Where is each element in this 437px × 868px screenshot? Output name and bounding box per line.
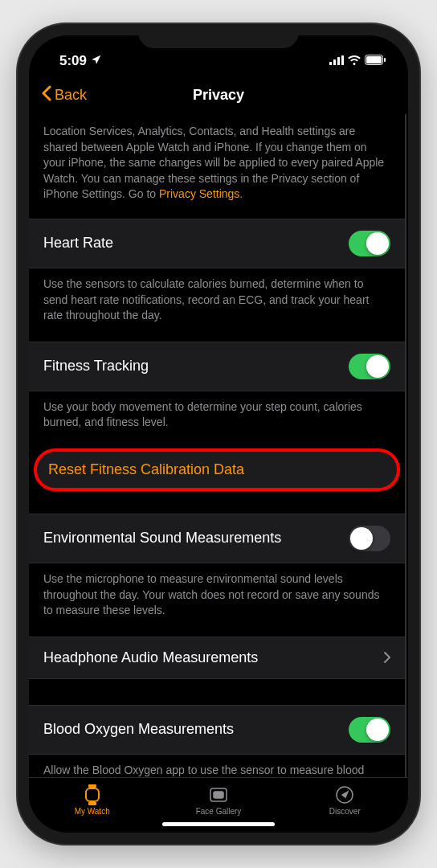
page-title: Privacy	[193, 87, 244, 104]
blood-oxygen-label: Blood Oxygen Measurements	[43, 721, 234, 738]
heart-rate-label: Heart Rate	[43, 235, 113, 252]
blood-oxygen-description: Allow the Blood Oxygen app to use the se…	[29, 755, 405, 777]
heart-rate-description: Use the sensors to calculate calories bu…	[29, 268, 405, 342]
headphone-audio-label: Headphone Audio Measurements	[43, 649, 258, 666]
svg-rect-0	[329, 62, 332, 65]
blood-oxygen-toggle[interactable]	[349, 717, 390, 743]
intro-description: Location Services, Analytics, Contacts, …	[29, 114, 405, 219]
chevron-left-icon	[42, 85, 51, 105]
tab-discover[interactable]: Discover	[282, 784, 408, 816]
heart-rate-row: Heart Rate	[29, 219, 405, 268]
signal-icon	[329, 53, 344, 69]
privacy-settings-link[interactable]: Privacy Settings	[159, 187, 239, 200]
svg-rect-8	[86, 788, 99, 801]
phone-frame: 5:09	[18, 24, 419, 844]
wifi-icon	[348, 53, 361, 69]
svg-rect-11	[214, 792, 223, 798]
environmental-sound-toggle[interactable]	[349, 526, 390, 551]
heart-rate-toggle[interactable]	[349, 231, 390, 256]
tab-my-watch[interactable]: My Watch	[29, 784, 155, 816]
tab-bar: My Watch Face Gallery Di	[29, 777, 408, 819]
screen: 5:09	[29, 35, 408, 833]
battery-icon	[365, 53, 386, 69]
reset-calibration-button[interactable]: Reset Fitness Calibration Data	[34, 448, 400, 491]
compass-icon	[334, 784, 355, 805]
home-indicator[interactable]	[162, 822, 275, 826]
fitness-tracking-row: Fitness Tracking	[29, 342, 405, 391]
tab-face-gallery[interactable]: Face Gallery	[155, 784, 281, 816]
blood-oxygen-row: Blood Oxygen Measurements	[29, 705, 405, 755]
back-label: Back	[55, 87, 87, 104]
toggle-knob	[366, 232, 389, 255]
svg-rect-5	[366, 56, 382, 63]
tab-my-watch-label: My Watch	[75, 807, 110, 816]
location-icon	[91, 53, 102, 69]
notch	[138, 24, 299, 48]
fitness-tracking-toggle[interactable]	[349, 354, 390, 379]
toggle-knob	[366, 719, 389, 741]
reset-calibration-label: Reset Fitness Calibration Data	[48, 461, 244, 477]
time: 5:09	[59, 53, 87, 69]
spacer	[29, 679, 405, 705]
svg-rect-6	[384, 58, 386, 62]
tab-discover-label: Discover	[329, 807, 361, 816]
svg-rect-2	[337, 57, 340, 65]
svg-rect-7	[88, 784, 96, 788]
svg-rect-3	[341, 55, 344, 65]
content-scroll[interactable]: Location Services, Analytics, Contacts, …	[29, 114, 406, 777]
headphone-audio-row[interactable]: Headphone Audio Measurements	[29, 637, 405, 679]
toggle-knob	[350, 527, 373, 550]
back-button[interactable]: Back	[42, 85, 87, 105]
status-left: 5:09	[59, 53, 102, 69]
fitness-tracking-label: Fitness Tracking	[43, 358, 149, 375]
status-right	[329, 53, 386, 69]
environmental-sound-row: Environmental Sound Measurements	[29, 514, 405, 563]
fitness-tracking-description: Use your body movement to determine your…	[29, 391, 405, 448]
toggle-knob	[366, 355, 389, 378]
environmental-sound-description: Use the microphone to measure environmen…	[29, 563, 405, 637]
watch-icon	[82, 784, 103, 805]
tab-face-gallery-label: Face Gallery	[196, 807, 242, 816]
svg-rect-1	[333, 59, 336, 65]
environmental-sound-label: Environmental Sound Measurements	[43, 530, 281, 547]
spacer	[29, 491, 405, 514]
svg-rect-9	[88, 802, 96, 805]
nav-bar: Back Privacy	[29, 76, 408, 114]
face-gallery-icon	[208, 784, 229, 805]
chevron-right-icon	[384, 649, 390, 667]
